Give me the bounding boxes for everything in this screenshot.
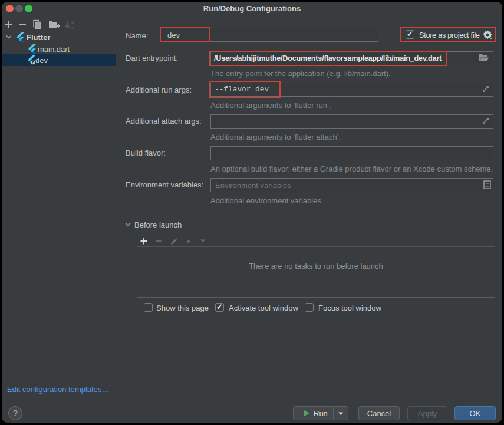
svg-text:z: z [71, 25, 74, 30]
svg-text:a: a [71, 19, 74, 25]
